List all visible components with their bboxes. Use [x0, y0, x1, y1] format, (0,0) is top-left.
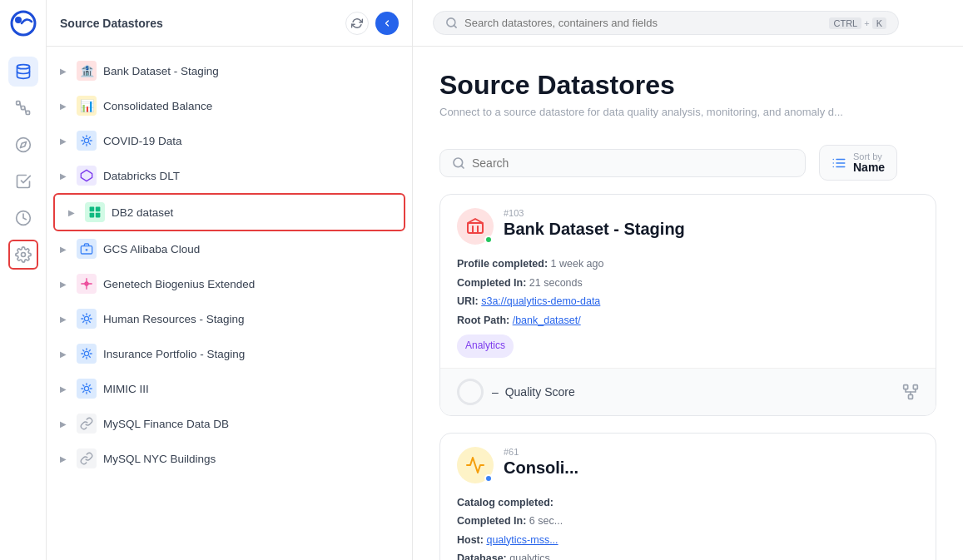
card-details-consolidated: Catalog completed: Completed In: 6 sec..…: [440, 493, 936, 560]
topology-nav-icon[interactable]: [8, 93, 38, 123]
card-name-consolidated: Consoli...: [504, 458, 919, 478]
svg-rect-17: [96, 213, 101, 218]
card-header-consolidated: #61 Consoli...: [440, 434, 936, 493]
root-path-value[interactable]: /bank_dataset/: [513, 315, 581, 326]
host-value[interactable]: qualytics-mss...: [486, 534, 558, 546]
tree-item-bank[interactable]: ▶ 🏦 Bank Dataset - Staging: [47, 53, 412, 88]
status-dot-consolidated: [484, 474, 493, 483]
tree-item-consolidated[interactable]: ▶ 📊 Consolidated Balance: [47, 88, 412, 123]
sort-labels: Sort by Name: [853, 152, 885, 173]
tree-item-mysql-finance[interactable]: ▶ MySQL Finance Data DB: [47, 406, 412, 441]
tree-item-label: Human Resources - Staging: [103, 313, 399, 325]
datastore-card-bank[interactable]: #103 Bank Dataset - Staging Profile comp…: [439, 194, 936, 416]
settings-nav-icon[interactable]: [8, 240, 38, 270]
avatar-bank: [457, 208, 494, 245]
avatar-consolidated: [457, 447, 494, 483]
card-number-consolidated: #61: [504, 447, 919, 457]
card-footer-bank: – Quality Score: [440, 368, 936, 415]
left-panel-title: Source Datastores: [60, 17, 339, 30]
svg-rect-35: [468, 223, 483, 233]
refresh-button[interactable]: [345, 12, 369, 35]
datastore-icon-bank: 🏦: [77, 61, 97, 81]
sort-by-value: Name: [853, 161, 885, 173]
svg-point-0: [12, 12, 35, 35]
tag-analytics[interactable]: Analytics: [457, 335, 514, 358]
tree-item-label: Insurance Portfolio - Staging: [103, 348, 399, 360]
svg-rect-14: [90, 207, 95, 212]
tree-item-genetech[interactable]: ▶ Genetech Biogenius Extended: [47, 266, 412, 301]
host-label: Host:: [457, 534, 484, 546]
collapse-panel-button[interactable]: [375, 12, 399, 35]
catalog-row: Catalog completed:: [457, 493, 919, 513]
toolbar: Sort by Name: [413, 131, 963, 194]
uri-label: URI:: [457, 295, 479, 307]
datastore-search-wrap[interactable]: [439, 149, 806, 177]
datastore-icon-db2: [85, 202, 105, 222]
tree-item-db2[interactable]: ▶ DB2 dataset ←: [53, 193, 405, 231]
tree-item-covid[interactable]: ▶ COVID-19 Data: [47, 123, 412, 158]
datastore-icon-insurance: [77, 344, 97, 364]
profile-value: 1 week ago: [551, 258, 604, 270]
datastore-icon-covid: [77, 131, 97, 151]
tree-item-label: MIMIC III: [103, 383, 399, 395]
tree-item-insurance[interactable]: ▶ Insurance Portfolio - Staging: [47, 336, 412, 371]
sort-by-button[interactable]: Sort by Name: [819, 145, 897, 181]
svg-point-11: [21, 253, 25, 257]
uri-row: URI: s3a://qualytics-demo-data: [457, 292, 919, 311]
datastores-grid: #103 Bank Dataset - Staging Profile comp…: [413, 194, 963, 560]
tree-item-databricks[interactable]: ▶ Databricks DLT: [47, 158, 412, 193]
reports-nav-icon[interactable]: [8, 166, 38, 196]
page-subtitle: Connect to a source datastore for data q…: [439, 106, 936, 118]
completed-row: Completed In: 6 sec...: [457, 512, 919, 531]
database-value: qualytics: [509, 553, 550, 560]
chevron-icon: ▶: [60, 171, 70, 181]
card-meta-bank: #103 Bank Dataset - Staging: [457, 208, 919, 245]
chevron-icon: ▶: [60, 349, 70, 359]
svg-point-8: [16, 138, 30, 152]
tree-item-label: Genetech Biogenius Extended: [103, 278, 399, 290]
chevron-icon: ▶: [60, 280, 70, 289]
history-nav-icon[interactable]: [8, 203, 38, 233]
chevron-icon: ▶: [60, 102, 70, 111]
datastore-icon-consolidated: 📊: [77, 96, 97, 116]
page-title: Source Datastores: [439, 70, 936, 101]
svg-line-6: [19, 103, 21, 108]
sort-icon: [831, 156, 846, 171]
content-area: Source Datastores Connect to a source da…: [413, 47, 963, 560]
tree-item-label: GCS Alibaba Cloud: [103, 243, 399, 255]
svg-point-1: [15, 17, 22, 23]
search-icon: [445, 17, 458, 29]
database-row: Database: qualytics: [457, 549, 919, 560]
profile-label: Profile completed:: [457, 258, 548, 270]
root-path-label: Root Path:: [457, 315, 509, 326]
global-search-input[interactable]: [464, 17, 822, 29]
tree-item-gcs[interactable]: ▶ GCS Alibaba Cloud: [47, 231, 412, 266]
global-search-bar[interactable]: CTRL + K: [433, 11, 899, 35]
chevron-icon: ▶: [60, 315, 70, 324]
completed-label: Completed In:: [457, 515, 526, 527]
network-icon: [902, 384, 919, 400]
tree-item-mimic[interactable]: ▶ MIMIC III: [47, 371, 412, 406]
uri-value[interactable]: s3a://qualytics-demo-data: [481, 295, 600, 307]
svg-line-28: [461, 166, 464, 168]
svg-line-7: [24, 108, 26, 113]
explore-nav-icon[interactable]: [8, 130, 38, 160]
tree-item-label: MySQL Finance Data DB: [103, 418, 399, 430]
icon-sidebar: [0, 0, 47, 560]
tree-item-label: DB2 dataset: [112, 206, 390, 219]
svg-point-2: [17, 65, 29, 69]
datastore-tree: ▶ 🏦 Bank Dataset - Staging ▶ 📊 Consolida…: [47, 47, 412, 560]
card-details-bank: Profile completed: 1 week ago Completed …: [440, 255, 936, 368]
svg-point-23: [84, 351, 88, 355]
tree-item-mysql-nyc[interactable]: ▶ MySQL NYC Buildings: [47, 441, 412, 476]
svg-point-12: [84, 138, 88, 142]
app-logo[interactable]: [10, 10, 37, 40]
keyboard-shortcut-hint: CTRL + K: [829, 17, 886, 29]
datastore-icon-databricks: [77, 166, 97, 186]
datastore-card-consolidated[interactable]: #61 Consoli... Catalog completed: Comple…: [439, 433, 936, 560]
card-name-bank: Bank Dataset - Staging: [504, 220, 919, 239]
datastore-search-input[interactable]: [472, 156, 793, 170]
completed-value: 21 seconds: [529, 277, 583, 289]
tree-item-hr[interactable]: ▶ Human Resources - Staging: [47, 301, 412, 336]
database-nav-icon[interactable]: [8, 57, 38, 87]
